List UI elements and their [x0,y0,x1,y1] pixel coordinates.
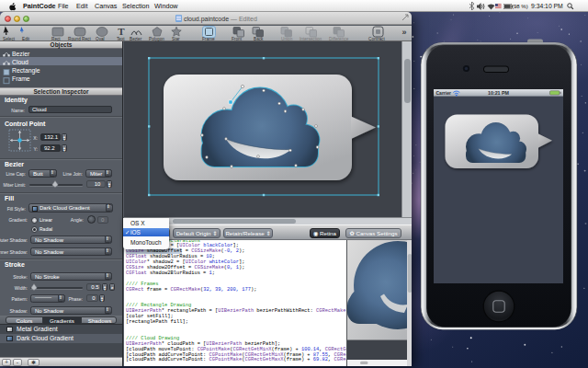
svg-text:Carrier: Carrier [436,90,451,96]
svg-text:T: T [118,26,125,37]
svg-text:»: » [401,28,406,37]
svg-text:10:21 PM: 10:21 PM [488,90,510,96]
